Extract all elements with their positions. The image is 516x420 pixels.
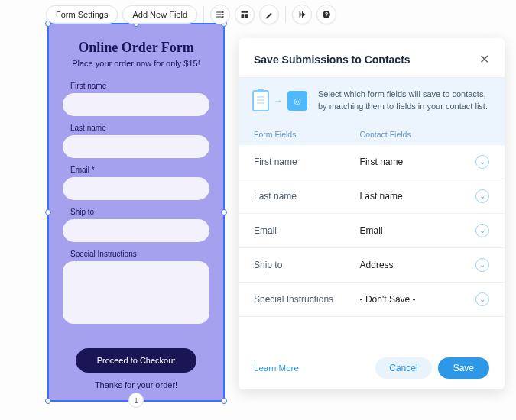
field-special-instructions: Special Instructions xyxy=(63,250,209,327)
svg-rect-5 xyxy=(245,14,248,18)
contact-field-select[interactable]: First name ⌄ xyxy=(360,155,489,169)
form-field-name: First name xyxy=(254,157,360,167)
form-field-name: Last name xyxy=(254,191,360,202)
panel-title: Save Submissions to Contacts xyxy=(254,53,411,66)
resize-handle[interactable] xyxy=(45,398,51,404)
field-first-name: First name xyxy=(63,82,209,116)
last-name-input[interactable] xyxy=(63,135,209,158)
field-ship-to: Ship to xyxy=(63,208,209,242)
animation-icon[interactable] xyxy=(292,5,312,24)
field-last-name: Last name xyxy=(63,124,209,158)
chevron-down-icon[interactable]: ⌄ xyxy=(475,155,489,169)
resize-handle[interactable] xyxy=(45,209,51,215)
form-field-name: Email xyxy=(254,225,360,236)
contact-field-select[interactable]: Email ⌄ xyxy=(360,224,489,237)
footer-actions: Cancel Save xyxy=(375,357,489,379)
cancel-button[interactable]: Cancel xyxy=(375,357,431,379)
contact-field-value: Address xyxy=(360,260,394,270)
field-label: Special Instructions xyxy=(70,250,209,258)
form-field-name: Ship to xyxy=(254,260,360,270)
toolbar-separator xyxy=(203,6,204,23)
save-button[interactable]: Save xyxy=(438,357,489,379)
form-settings-button[interactable]: Form Settings xyxy=(46,5,118,24)
form-subtitle: Place your order now for only $15! xyxy=(72,59,200,68)
resize-handle[interactable] xyxy=(221,398,227,404)
toolbar-separator xyxy=(285,6,286,23)
learn-more-link[interactable]: Learn More xyxy=(254,363,299,373)
contact-field-value: - Don't Save - xyxy=(360,294,416,305)
ship-to-input[interactable] xyxy=(63,219,209,242)
banner-text: Select which form fields will save to co… xyxy=(318,89,491,113)
save-to-contacts-panel: Save Submissions to Contacts ✕ → ☺ Selec… xyxy=(239,38,505,389)
panel-footer: Learn More Cancel Save xyxy=(239,347,505,389)
chevron-down-icon[interactable]: ⌄ xyxy=(475,224,489,237)
info-banner: → ☺ Select which form fields will save t… xyxy=(239,78,505,124)
contact-icon: ☺ xyxy=(287,91,307,111)
close-icon[interactable]: ✕ xyxy=(479,52,489,66)
mapping-row: Last name Last name ⌄ xyxy=(239,179,505,214)
field-label: First name xyxy=(70,82,209,90)
mapping-row: First name First name ⌄ xyxy=(239,145,505,179)
svg-rect-4 xyxy=(242,14,245,18)
contact-field-select[interactable]: - Don't Save - ⌄ xyxy=(360,292,489,306)
banner-graphic: → ☺ xyxy=(252,90,307,111)
mapping-row: Special Instructions - Don't Save - ⌄ xyxy=(239,283,505,317)
add-new-field-button[interactable]: Add New Field xyxy=(122,5,197,24)
first-name-input[interactable] xyxy=(63,93,209,116)
checkout-button[interactable]: Proceed to Checkout xyxy=(76,348,197,373)
layout-icon[interactable] xyxy=(235,5,255,24)
mapping-row: Ship to Address ⌄ xyxy=(239,248,505,283)
svg-point-1 xyxy=(222,14,224,15)
mapping-header: Form Fields Contact Fields xyxy=(239,124,505,145)
contact-field-select[interactable]: Address ⌄ xyxy=(360,258,489,272)
form-title: Online Order Form xyxy=(78,40,194,56)
download-icon[interactable]: ⤓ xyxy=(128,393,144,408)
chevron-down-icon[interactable]: ⌄ xyxy=(475,258,489,272)
email-input[interactable] xyxy=(63,177,209,200)
col-contact-fields-header: Contact Fields xyxy=(360,130,489,139)
contact-field-value: Email xyxy=(360,225,383,236)
contact-field-value: Last name xyxy=(360,191,403,202)
field-label: Email * xyxy=(70,166,209,174)
panel-header: Save Submissions to Contacts ✕ xyxy=(239,38,505,78)
arrow-icon: → xyxy=(274,95,283,106)
list-settings-icon[interactable] xyxy=(210,5,230,24)
resize-handle[interactable] xyxy=(221,209,227,215)
clipboard-icon xyxy=(252,90,269,111)
form-canvas[interactable]: Online Order Form Place your order now f… xyxy=(47,23,225,402)
chevron-down-icon[interactable]: ⌄ xyxy=(475,189,489,203)
help-icon[interactable]: ? xyxy=(316,5,336,24)
design-icon[interactable] xyxy=(259,5,279,24)
contact-field-value: First name xyxy=(360,157,404,167)
thanks-text: Thanks for your order! xyxy=(95,380,177,389)
chevron-down-icon[interactable]: ⌄ xyxy=(475,292,489,306)
contact-field-select[interactable]: Last name ⌄ xyxy=(360,189,489,203)
svg-text:?: ? xyxy=(325,11,328,17)
field-label: Ship to xyxy=(70,208,209,216)
field-email: Email * xyxy=(63,166,209,200)
col-form-fields-header: Form Fields xyxy=(254,130,360,139)
special-instructions-input[interactable] xyxy=(63,261,209,324)
svg-point-2 xyxy=(222,16,224,18)
field-label: Last name xyxy=(70,124,209,132)
toolbar: Form Settings Add New Field ? xyxy=(46,5,336,24)
form-field-name: Special Instructions xyxy=(254,294,360,305)
mapping-row: Email Email ⌄ xyxy=(239,214,505,248)
svg-rect-3 xyxy=(242,11,248,13)
svg-point-0 xyxy=(222,11,224,13)
